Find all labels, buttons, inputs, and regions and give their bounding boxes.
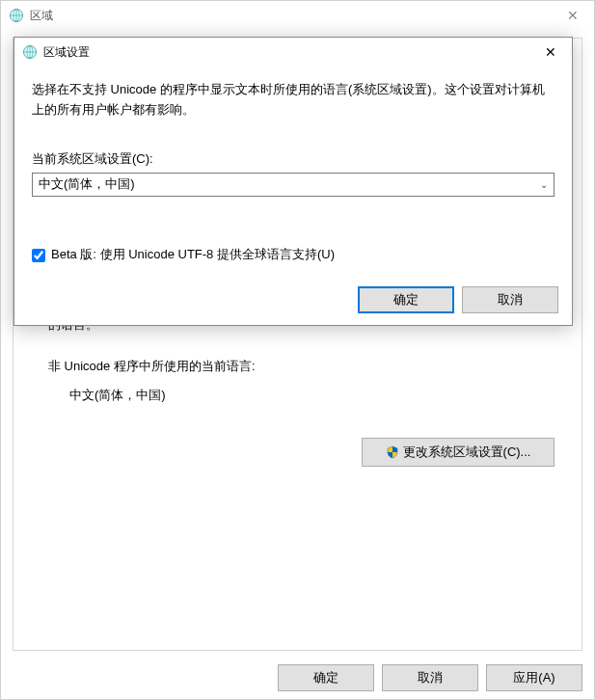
modal-titlebar: 区域设置 ✕ (14, 38, 572, 67)
modal-title: 区域设置 (43, 44, 90, 61)
close-icon: ✕ (567, 8, 579, 23)
modal-ok-button[interactable]: 确定 (358, 286, 454, 313)
locale-combobox-value: 中文(简体，中国) (39, 175, 135, 195)
close-icon: ✕ (545, 44, 556, 60)
modal-content: 选择在不支持 Unicode 的程序中显示文本时所使用的语言(系统区域设置)。这… (14, 67, 572, 279)
modal-button-row: 确定 取消 (358, 286, 558, 313)
non-unicode-value: 中文(简体，中国) (31, 387, 564, 404)
shield-icon (386, 445, 399, 459)
parent-close-button[interactable]: ✕ (551, 1, 594, 30)
non-unicode-label: 非 Unicode 程序中所使用的当前语言: (31, 358, 564, 375)
globe-icon (9, 8, 24, 23)
utf8-checkbox-row[interactable]: Beta 版: 使用 Unicode UTF-8 提供全球语言支持(U) (32, 245, 554, 265)
utf8-checkbox-label: Beta 版: 使用 Unicode UTF-8 提供全球语言支持(U) (51, 245, 335, 265)
parent-title: 区域 (30, 8, 53, 24)
parent-ok-button[interactable]: 确定 (278, 664, 374, 691)
change-locale-button[interactable]: 更改系统区域设置(C)... (362, 438, 554, 467)
chevron-down-icon: ⌄ (540, 177, 548, 193)
change-locale-label: 更改系统区域设置(C)... (403, 444, 531, 461)
globe-icon (22, 44, 38, 60)
region-settings-dialog: 区域设置 ✕ 选择在不支持 Unicode 的程序中显示文本时所使用的语言(系统… (14, 37, 573, 326)
parent-button-row: 确定 取消 应用(A) (278, 664, 582, 691)
locale-combobox[interactable]: 中文(简体，中国) ⌄ (32, 173, 554, 197)
parent-titlebar: 区域 ✕ (1, 1, 594, 30)
modal-close-button[interactable]: ✕ (528, 38, 572, 67)
parent-cancel-button[interactable]: 取消 (382, 664, 478, 691)
parent-apply-button[interactable]: 应用(A) (486, 664, 582, 691)
locale-field-label: 当前系统区域设置(C): (32, 149, 554, 170)
modal-cancel-button[interactable]: 取消 (462, 286, 558, 313)
utf8-checkbox[interactable] (32, 249, 45, 262)
modal-description: 选择在不支持 Unicode 的程序中显示文本时所使用的语言(系统区域设置)。这… (32, 80, 554, 121)
